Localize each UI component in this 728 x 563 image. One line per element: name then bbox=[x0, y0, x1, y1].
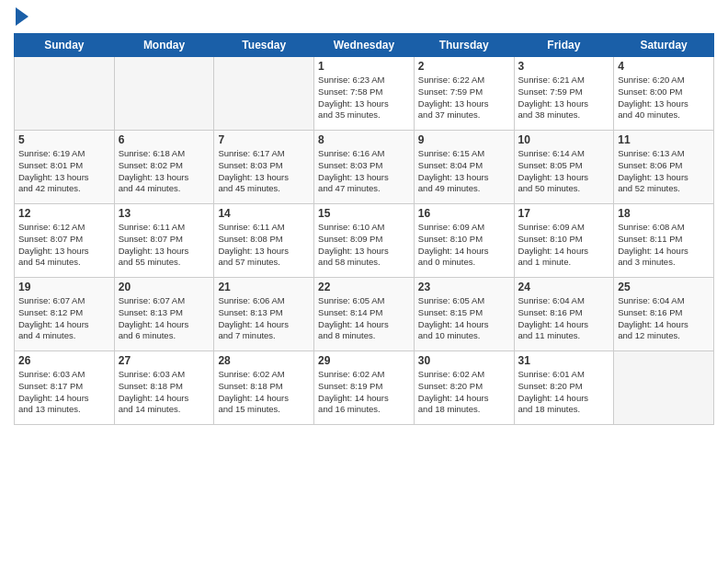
day-info: Sunrise: 6:11 AM Sunset: 8:07 PM Dayligh… bbox=[119, 222, 210, 269]
day-info: Sunrise: 6:01 AM Sunset: 8:20 PM Dayligh… bbox=[518, 369, 610, 416]
day-number: 28 bbox=[218, 354, 310, 367]
day-number: 13 bbox=[119, 207, 210, 220]
calendar-cell: 2Sunrise: 6:22 AM Sunset: 7:59 PM Daylig… bbox=[414, 57, 514, 131]
calendar-cell: 29Sunrise: 6:02 AM Sunset: 8:19 PM Dayli… bbox=[314, 351, 415, 425]
calendar-cell: 17Sunrise: 6:09 AM Sunset: 8:10 PM Dayli… bbox=[514, 204, 614, 278]
day-number: 18 bbox=[618, 207, 710, 220]
day-info: Sunrise: 6:19 AM Sunset: 8:01 PM Dayligh… bbox=[18, 148, 110, 195]
day-info: Sunrise: 6:11 AM Sunset: 8:08 PM Dayligh… bbox=[218, 222, 310, 269]
calendar-cell: 19Sunrise: 6:07 AM Sunset: 8:12 PM Dayli… bbox=[15, 278, 115, 351]
day-number: 24 bbox=[518, 281, 610, 293]
logo-arrow-icon bbox=[16, 7, 28, 26]
calendar-cell: 30Sunrise: 6:02 AM Sunset: 8:20 PM Dayli… bbox=[414, 351, 514, 425]
day-info: Sunrise: 6:09 AM Sunset: 8:10 PM Dayligh… bbox=[418, 222, 510, 269]
calendar-cell: 5Sunrise: 6:19 AM Sunset: 8:01 PM Daylig… bbox=[15, 131, 115, 204]
day-info: Sunrise: 6:06 AM Sunset: 8:13 PM Dayligh… bbox=[218, 295, 310, 342]
day-number: 7 bbox=[218, 133, 310, 146]
weekday-header-wednesday: Wednesday bbox=[314, 34, 415, 57]
calendar-cell: 25Sunrise: 6:04 AM Sunset: 8:16 PM Dayli… bbox=[614, 278, 714, 351]
day-number: 21 bbox=[218, 281, 310, 293]
day-number: 20 bbox=[119, 281, 210, 293]
calendar-cell: 16Sunrise: 6:09 AM Sunset: 8:10 PM Dayli… bbox=[414, 204, 514, 278]
calendar-cell bbox=[114, 57, 214, 131]
day-info: Sunrise: 6:16 AM Sunset: 8:03 PM Dayligh… bbox=[318, 148, 410, 195]
day-number: 19 bbox=[18, 281, 110, 293]
calendar-cell: 4Sunrise: 6:20 AM Sunset: 8:00 PM Daylig… bbox=[614, 57, 714, 131]
day-info: Sunrise: 6:23 AM Sunset: 7:58 PM Dayligh… bbox=[318, 75, 410, 121]
calendar-cell: 23Sunrise: 6:05 AM Sunset: 8:15 PM Dayli… bbox=[414, 278, 514, 351]
day-number: 30 bbox=[418, 354, 510, 367]
calendar-cell bbox=[214, 57, 314, 131]
calendar-cell: 13Sunrise: 6:11 AM Sunset: 8:07 PM Dayli… bbox=[114, 204, 214, 278]
calendar-cell: 24Sunrise: 6:04 AM Sunset: 8:16 PM Dayli… bbox=[514, 278, 614, 351]
day-info: Sunrise: 6:13 AM Sunset: 8:06 PM Dayligh… bbox=[618, 148, 710, 195]
day-number: 2 bbox=[418, 60, 510, 73]
week-row-2: 5Sunrise: 6:19 AM Sunset: 8:01 PM Daylig… bbox=[15, 131, 714, 204]
calendar-cell: 11Sunrise: 6:13 AM Sunset: 8:06 PM Dayli… bbox=[614, 131, 714, 204]
day-info: Sunrise: 6:03 AM Sunset: 8:18 PM Dayligh… bbox=[119, 369, 210, 416]
day-info: Sunrise: 6:08 AM Sunset: 8:11 PM Dayligh… bbox=[618, 222, 710, 269]
day-info: Sunrise: 6:10 AM Sunset: 8:09 PM Dayligh… bbox=[318, 222, 410, 269]
day-number: 31 bbox=[518, 354, 610, 367]
day-number: 8 bbox=[318, 133, 410, 146]
calendar-cell: 28Sunrise: 6:02 AM Sunset: 8:18 PM Dayli… bbox=[214, 351, 314, 425]
day-number: 16 bbox=[418, 207, 510, 220]
day-number: 3 bbox=[518, 60, 610, 73]
day-info: Sunrise: 6:05 AM Sunset: 8:14 PM Dayligh… bbox=[318, 295, 410, 342]
calendar-cell: 20Sunrise: 6:07 AM Sunset: 8:13 PM Dayli… bbox=[114, 278, 214, 351]
calendar-table: SundayMondayTuesdayWednesdayThursdayFrid… bbox=[14, 33, 714, 425]
day-info: Sunrise: 6:15 AM Sunset: 8:04 PM Dayligh… bbox=[418, 148, 510, 195]
day-number: 15 bbox=[318, 207, 410, 220]
day-info: Sunrise: 6:14 AM Sunset: 8:05 PM Dayligh… bbox=[518, 148, 610, 195]
header bbox=[14, 9, 714, 26]
calendar-cell: 9Sunrise: 6:15 AM Sunset: 8:04 PM Daylig… bbox=[414, 131, 514, 204]
day-number: 14 bbox=[218, 207, 310, 220]
weekday-header-friday: Friday bbox=[514, 34, 614, 57]
day-info: Sunrise: 6:18 AM Sunset: 8:02 PM Dayligh… bbox=[119, 148, 210, 195]
calendar-cell: 10Sunrise: 6:14 AM Sunset: 8:05 PM Dayli… bbox=[514, 131, 614, 204]
day-info: Sunrise: 6:09 AM Sunset: 8:10 PM Dayligh… bbox=[518, 222, 610, 269]
weekday-header-thursday: Thursday bbox=[414, 34, 514, 57]
calendar-cell: 8Sunrise: 6:16 AM Sunset: 8:03 PM Daylig… bbox=[314, 131, 415, 204]
day-number: 26 bbox=[18, 354, 110, 367]
day-number: 1 bbox=[318, 60, 410, 73]
day-info: Sunrise: 6:21 AM Sunset: 7:59 PM Dayligh… bbox=[518, 75, 610, 121]
calendar-cell: 22Sunrise: 6:05 AM Sunset: 8:14 PM Dayli… bbox=[314, 278, 415, 351]
day-number: 10 bbox=[518, 133, 610, 146]
day-info: Sunrise: 6:02 AM Sunset: 8:20 PM Dayligh… bbox=[418, 369, 510, 416]
logo bbox=[14, 9, 28, 26]
day-info: Sunrise: 6:17 AM Sunset: 8:03 PM Dayligh… bbox=[218, 148, 310, 195]
day-info: Sunrise: 6:04 AM Sunset: 8:16 PM Dayligh… bbox=[618, 295, 710, 342]
page-container: SundayMondayTuesdayWednesdayThursdayFrid… bbox=[0, 0, 728, 563]
day-number: 27 bbox=[119, 354, 210, 367]
week-row-1: 1Sunrise: 6:23 AM Sunset: 7:58 PM Daylig… bbox=[15, 57, 714, 131]
day-number: 23 bbox=[418, 281, 510, 293]
calendar-cell: 12Sunrise: 6:12 AM Sunset: 8:07 PM Dayli… bbox=[15, 204, 115, 278]
weekday-header-tuesday: Tuesday bbox=[214, 34, 314, 57]
day-number: 6 bbox=[119, 133, 210, 146]
weekday-header-sunday: Sunday bbox=[15, 34, 115, 57]
calendar-cell: 27Sunrise: 6:03 AM Sunset: 8:18 PM Dayli… bbox=[114, 351, 214, 425]
week-row-3: 12Sunrise: 6:12 AM Sunset: 8:07 PM Dayli… bbox=[15, 204, 714, 278]
day-info: Sunrise: 6:05 AM Sunset: 8:15 PM Dayligh… bbox=[418, 295, 510, 342]
day-info: Sunrise: 6:12 AM Sunset: 8:07 PM Dayligh… bbox=[18, 222, 110, 269]
day-number: 4 bbox=[618, 60, 710, 73]
day-number: 22 bbox=[318, 281, 410, 293]
calendar-cell: 14Sunrise: 6:11 AM Sunset: 8:08 PM Dayli… bbox=[214, 204, 314, 278]
calendar-cell bbox=[614, 351, 714, 425]
day-number: 11 bbox=[618, 133, 710, 146]
calendar-cell bbox=[15, 57, 115, 131]
weekday-header-monday: Monday bbox=[114, 34, 214, 57]
calendar-cell: 6Sunrise: 6:18 AM Sunset: 8:02 PM Daylig… bbox=[114, 131, 214, 204]
calendar-cell: 21Sunrise: 6:06 AM Sunset: 8:13 PM Dayli… bbox=[214, 278, 314, 351]
day-info: Sunrise: 6:03 AM Sunset: 8:17 PM Dayligh… bbox=[18, 369, 110, 416]
calendar-cell: 3Sunrise: 6:21 AM Sunset: 7:59 PM Daylig… bbox=[514, 57, 614, 131]
week-row-4: 19Sunrise: 6:07 AM Sunset: 8:12 PM Dayli… bbox=[15, 278, 714, 351]
day-number: 9 bbox=[418, 133, 510, 146]
day-info: Sunrise: 6:07 AM Sunset: 8:13 PM Dayligh… bbox=[119, 295, 210, 342]
day-number: 25 bbox=[618, 281, 710, 293]
calendar-cell: 7Sunrise: 6:17 AM Sunset: 8:03 PM Daylig… bbox=[214, 131, 314, 204]
day-info: Sunrise: 6:20 AM Sunset: 8:00 PM Dayligh… bbox=[618, 75, 710, 121]
calendar-cell: 15Sunrise: 6:10 AM Sunset: 8:09 PM Dayli… bbox=[314, 204, 415, 278]
weekday-header-saturday: Saturday bbox=[614, 34, 714, 57]
